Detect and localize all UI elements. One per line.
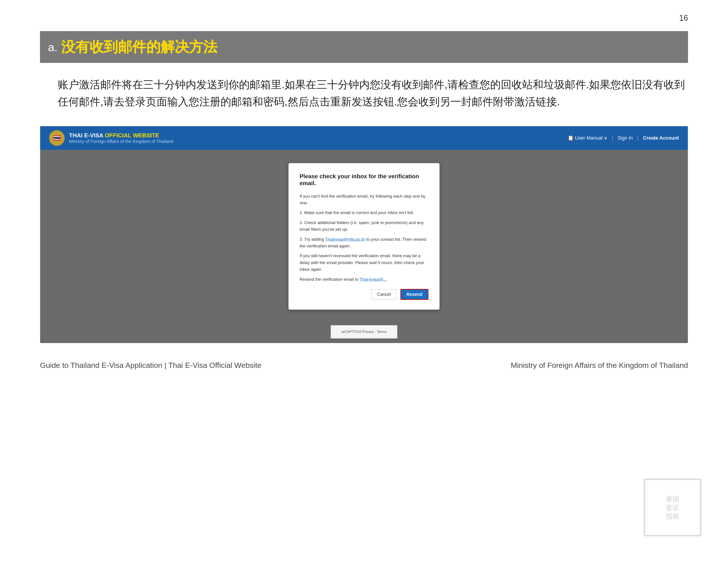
user-manual-icon: 📋 — [568, 135, 574, 141]
section-header: a. 没有收到邮件的解决方法 — [40, 31, 688, 63]
cancel-button[interactable]: Cancel — [371, 290, 396, 300]
modal-intro: If you can't find the verification email… — [300, 193, 428, 206]
modal-step2: 2. Check additional folders (i.e. spam, … — [300, 219, 428, 233]
create-account-button[interactable]: Create Account — [643, 135, 679, 141]
modal-footer: Cancel Resend — [300, 289, 428, 300]
user-manual-label: User Manual — [575, 135, 603, 141]
modal-resend-text: Resend the verification email to Thai-ev… — [300, 276, 428, 283]
nav-separator-2: | — [637, 135, 639, 141]
resend-email-link[interactable]: Thai-evisa@... — [360, 277, 387, 282]
sign-in-button[interactable]: Sign In — [618, 135, 633, 141]
modal-title: Please check your inbox for the verifica… — [300, 173, 428, 187]
footer-right: Ministry of Foreign Affairs of the Kingd… — [511, 361, 688, 370]
modal-step1: 1. Make sure that the email is correct a… — [300, 209, 428, 216]
modal-step4: If you still haven't recevued the verifi… — [300, 252, 428, 273]
nav-subtitle: Ministry of Foreign Affairs of the Kingd… — [69, 139, 173, 144]
gray-area: Please check your inbox for the verifica… — [40, 150, 688, 323]
modal-step3: 3. Try adding Thaievisa@mfa.go.th to you… — [300, 236, 428, 249]
modal-body: If you can't find the verification email… — [300, 193, 428, 283]
nav-bar-right: 📋 User Manual ∨ | Sign In | Create Accou… — [568, 135, 679, 141]
page-number: 16 — [679, 13, 688, 23]
nav-bar: 🇹🇭 THAI E-VISA OFFICIAL WEBSITE Ministry… — [40, 126, 688, 150]
recaptcha-text: reCAPTCHA Privacy · Terms — [341, 330, 386, 334]
nav-logo: 🇹🇭 — [49, 130, 65, 146]
logo-icon: 🇹🇭 — [53, 134, 61, 141]
page-footer: Guide to Thailand E-Visa Application | T… — [40, 357, 688, 370]
nav-user-manual-button[interactable]: 📋 User Manual ∨ — [568, 135, 608, 141]
body-text: 账户激活邮件将在三十分钟内发送到你的邮箱里.如果在三十分钟内您没有收到邮件,请检… — [40, 76, 688, 110]
recaptcha-box: reCAPTCHA Privacy · Terms — [331, 325, 397, 339]
nav-title-main: THAI E-VISA OFFICIAL WEBSITE — [69, 132, 173, 139]
footer-left: Guide to Thailand E-Visa Application | T… — [40, 361, 261, 370]
section-letter: a. — [48, 40, 58, 54]
nav-title-block: THAI E-VISA OFFICIAL WEBSITE Ministry of… — [69, 132, 173, 144]
stamp-text: 泰国签证指南 — [666, 495, 679, 521]
nav-separator-1: | — [612, 135, 613, 141]
verification-modal: Please check your inbox for the verifica… — [288, 163, 440, 310]
step3-email-link[interactable]: Thaievisa@mfa.go.th — [325, 237, 365, 241]
screenshot-container: 🇹🇭 THAI E-VISA OFFICIAL WEBSITE Ministry… — [40, 126, 688, 343]
recaptcha-area: reCAPTCHA Privacy · Terms — [40, 325, 688, 343]
stamp-watermark: 泰国签证指南 — [644, 479, 701, 536]
nav-bar-left: 🇹🇭 THAI E-VISA OFFICIAL WEBSITE Ministry… — [49, 130, 173, 146]
chevron-down-icon: ∨ — [604, 135, 607, 141]
resend-button[interactable]: Resend — [400, 289, 428, 300]
nav-title-official: OFFICIAL WEBSITE — [105, 132, 159, 139]
section-title: 没有收到邮件的解决方法 — [61, 37, 217, 57]
